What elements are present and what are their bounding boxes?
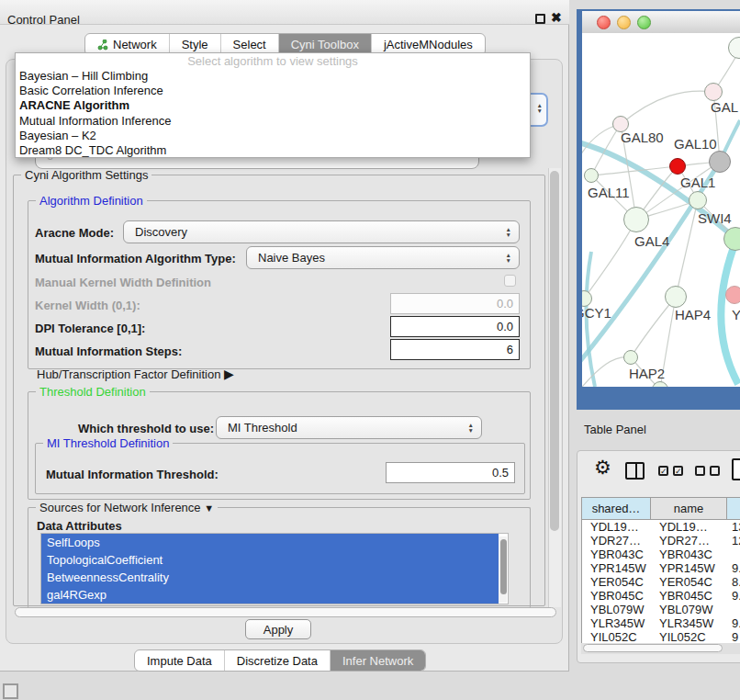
mi-threshold-definition-legend: MI Threshold Definition [43,436,173,450]
collapse-down-icon[interactable]: ▼ [204,502,214,514]
unchecked-checkbox-icon[interactable] [695,466,705,476]
manual-kernel-width-label: Manual Kernel Width Definition [35,276,211,289]
aracne-mode-combobox[interactable]: Discovery ▲▼ [123,220,520,243]
table-row[interactable]: YIL052CYIL052C9 [582,630,740,644]
table-cell: 13 [727,520,740,534]
settings-hscrollbar-track[interactable] [13,606,560,618]
algorithm-option[interactable]: Dream8 DC_TDC Algorithm [16,143,530,158]
table-cell: YBR043C [582,548,651,561]
table-row[interactable]: YBR045CYBR045C9. [582,589,740,603]
column-header-shared-name[interactable]: shared… [582,498,651,519]
network-icon [97,40,108,51]
network-node-y[interactable] [725,286,740,304]
algorithm-option[interactable]: ARACNE Algorithm [16,98,530,113]
tab-discretize-data[interactable]: Discretize Data [224,650,330,671]
checked-checkbox-icon[interactable]: ✓ [673,466,683,476]
mi-threshold-field[interactable]: 0.5 [386,462,515,483]
table-cell: YDR27… [651,534,727,548]
node-label: GAL11 [588,185,630,200]
algorithm-option[interactable]: Mutual Information Inference [16,114,530,129]
mi-algorithm-type-label: Mutual Information Algorithm Type: [35,252,236,265]
tab-impute-data[interactable]: Impute Data [135,650,224,671]
network-node-hap4[interactable] [665,286,687,308]
table-cell: YBL079W [582,603,651,616]
column-header-name[interactable]: name [651,498,727,519]
manual-kernel-width-checkbox[interactable] [504,275,516,287]
table-cell: YLR345W [651,616,727,630]
hub-definition-label: Hub/Transcription Factor Definition [37,367,220,381]
data-attribute-item[interactable]: BetweennessCentrality [41,569,499,586]
table-cell: YPR145W [651,561,727,575]
data-attributes-list[interactable]: SelfLoopsTopologicalCoefficientBetweenne… [40,533,509,604]
cyni-mode-tab-bar: Impute Data Discretize Data Infer Networ… [134,649,426,672]
list-scrollbar-thumb[interactable] [500,539,507,594]
settings-hscrollbar-thumb[interactable] [15,607,556,617]
algorithm-option[interactable]: Bayesian – K2 [16,129,530,143]
table-hscrollbar-track[interactable] [581,643,740,654]
network-node-gal4[interactable] [623,207,649,232]
node-label: GAL [711,99,738,115]
table-row[interactable]: YER054CYER054C8. [582,575,740,589]
node-table[interactable]: shared… name YDL19…YDL19…13YDR27…YDR27…1… [581,497,740,648]
apply-button[interactable]: Apply [245,619,311,639]
mi-threshold-label: Mutual Information Threshold: [46,468,219,481]
data-attribute-item[interactable]: TopologicalCoefficient [41,551,499,569]
tab-infer-network[interactable]: Infer Network [330,650,425,671]
node-label: GAL80 [621,130,664,145]
mi-algorithm-type-combobox[interactable]: Naive Bayes ▲▼ [246,246,520,269]
float-panel-icon[interactable] [535,14,545,24]
close-icon[interactable]: ✖ [551,10,562,25]
table-cell: YER054C [582,575,651,589]
network-window-titlebar[interactable] [582,11,740,35]
network-node-gal10[interactable] [709,151,731,173]
window-close-icon[interactable] [597,16,611,29]
data-attributes-items: SelfLoopsTopologicalCoefficientBetweenne… [41,534,508,604]
algorithm-definition-legend: Algorithm Definition [36,194,147,208]
mini-panel-icon[interactable] [3,683,18,699]
combo-arrows-icon: ▲▼ [506,227,511,237]
data-attribute-item[interactable]: gal4RGexp [41,586,499,604]
kernel-width-field[interactable]: 0.0 [390,293,520,314]
control-panel-titlebar [0,0,569,25]
window-minimize-icon[interactable] [617,16,631,29]
which-threshold-combobox[interactable]: MI Threshold ▲▼ [216,416,482,439]
gear-icon[interactable]: ⚙ [594,457,611,479]
table-cell: YBR045C [651,589,727,603]
table-cell: YPR145W [582,561,651,575]
window-zoom-icon[interactable] [637,16,651,29]
table-row[interactable]: YDR27…YDR27…12 [582,534,740,548]
network-node[interactable] [669,158,686,175]
network-node-gal[interactable] [704,83,723,101]
unchecked-checkbox-icon[interactable] [710,466,720,476]
split-view-icon[interactable] [625,462,645,480]
table-cell: YDL19… [582,520,651,534]
settings-vscrollbar-thumb[interactable] [550,171,559,531]
checked-checkbox-icon[interactable]: ✓ [658,466,668,476]
table-cell: YIL052C [651,630,727,644]
data-attribute-item[interactable]: SelfLoops [41,534,499,551]
algorithm-option[interactable]: Basic Correlation Inference [16,84,530,98]
network-node-gal11[interactable] [584,168,599,183]
network-node-hap2[interactable] [623,350,638,365]
table-cell: 9. [727,589,740,603]
algorithm-option[interactable]: Bayesian – Hill Climbing [16,69,530,84]
node-label: SWI4 [698,210,732,226]
table-row[interactable]: YLR345WYLR345W9. [582,616,740,630]
aracne-mode-value: Discovery [135,225,187,239]
tab-cyni-toolbox-label: Cyni Toolbox [291,38,359,51]
table-row[interactable]: YBR043CYBR043C [582,548,740,561]
table-row[interactable]: YBL079WYBL079W [582,603,740,616]
document-icon[interactable] [732,458,740,480]
table-row[interactable]: YPR145WYPR145W9. [582,561,740,575]
table-row[interactable]: YDL19…YDL19…13 [582,520,740,534]
column-header-cut[interactable] [727,498,740,519]
node-label: HAP4 [675,307,711,322]
mi-steps-field[interactable]: 6 [390,339,520,360]
expand-right-icon[interactable]: ▶ [224,367,234,381]
network-canvas[interactable]: GALGAL80GAL10GAL11GAL1SWI4GAL4GCY1HAP4YH… [582,33,740,387]
dpi-tolerance-field[interactable]: 0.0 [390,316,520,337]
network-node-gal1[interactable] [689,191,707,209]
table-hscrollbar-thumb[interactable] [583,644,723,652]
hub-definition-toggle[interactable]: Hub/Transcription Factor Definition ▶ [37,367,234,381]
mi-steps-value: 6 [507,343,513,356]
